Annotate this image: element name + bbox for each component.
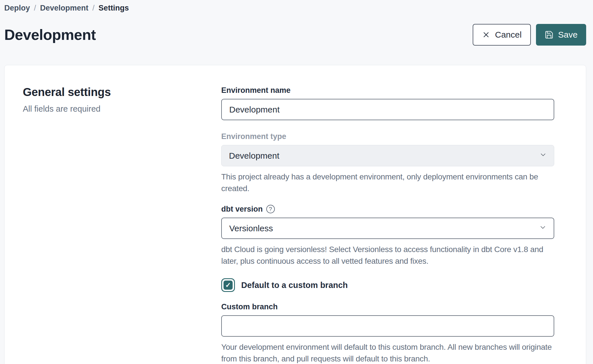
question-circle-icon[interactable]: ? xyxy=(266,205,275,213)
breadcrumb-item-settings: Settings xyxy=(99,3,129,13)
settings-form: Environment name Environment type Develo… xyxy=(221,86,554,364)
page-title: Development xyxy=(4,26,96,43)
custom-branch-group: Custom branch Your development environme… xyxy=(221,302,554,364)
breadcrumb-item-deploy[interactable]: Deploy xyxy=(4,3,30,13)
breadcrumb-separator: / xyxy=(34,3,36,13)
custom-branch-help: Your development environment will defaul… xyxy=(221,341,554,364)
dbt-version-group: dbt version ? Versionless dbt Cloud is g… xyxy=(221,205,554,267)
dbt-version-select[interactable]: Versionless xyxy=(221,218,554,239)
environment-type-label: Environment type xyxy=(221,132,554,141)
section-intro: General settings All fields are required xyxy=(23,86,221,364)
breadcrumb: Deploy / Development / Settings xyxy=(4,3,586,13)
environment-type-help: This project already has a development e… xyxy=(221,171,554,194)
custom-branch-input[interactable] xyxy=(221,315,554,337)
environment-type-group: Environment type Development This projec… xyxy=(221,132,554,194)
dbt-version-help: dbt Cloud is going versionless! Select V… xyxy=(221,244,554,267)
dbt-version-label-row: dbt version ? xyxy=(221,205,554,214)
check-icon: ✓ xyxy=(224,281,233,290)
cancel-button[interactable]: Cancel xyxy=(473,24,531,46)
x-icon xyxy=(482,30,490,39)
cancel-button-label: Cancel xyxy=(495,30,521,40)
custom-branch-toggle-row: ✓ Default to a custom branch xyxy=(221,278,554,292)
chevron-down-icon xyxy=(539,151,547,161)
section-subtitle: All fields are required xyxy=(23,104,221,114)
header-actions: Cancel Save xyxy=(473,24,586,46)
environment-name-label: Environment name xyxy=(221,86,554,95)
environment-name-group: Environment name xyxy=(221,86,554,120)
title-row: Development Cancel xyxy=(4,24,586,46)
dbt-version-label: dbt version xyxy=(221,205,263,214)
custom-branch-toggle-label[interactable]: Default to a custom branch xyxy=(241,281,348,290)
floppy-disk-icon xyxy=(545,30,554,39)
environment-name-input[interactable] xyxy=(221,99,554,120)
custom-branch-checkbox[interactable]: ✓ xyxy=(221,278,235,292)
chevron-down-icon xyxy=(539,223,547,233)
environment-type-select: Development xyxy=(221,145,554,166)
dbt-version-value: Versionless xyxy=(229,224,273,233)
save-button[interactable]: Save xyxy=(536,24,586,46)
custom-branch-label: Custom branch xyxy=(221,302,554,311)
section-title: General settings xyxy=(23,86,221,99)
save-button-label: Save xyxy=(558,30,578,40)
breadcrumb-separator: / xyxy=(92,3,95,13)
breadcrumb-item-development[interactable]: Development xyxy=(40,3,89,13)
environment-type-value: Development xyxy=(229,151,279,161)
general-settings-card: General settings All fields are required… xyxy=(4,65,586,364)
page-header: Deploy / Development / Settings Developm… xyxy=(0,0,593,46)
